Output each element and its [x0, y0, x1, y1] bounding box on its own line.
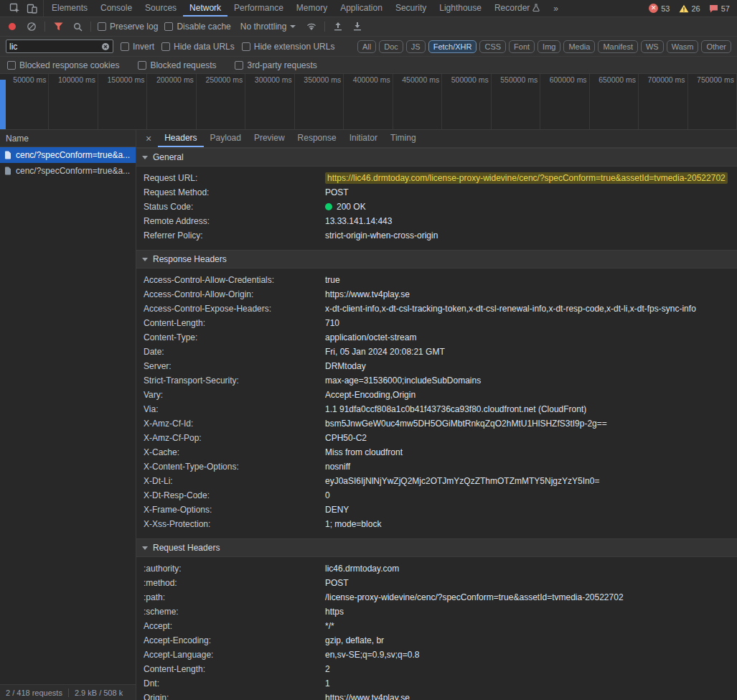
filter-chip-ws[interactable]: WS: [641, 40, 664, 53]
filter-chip-all[interactable]: All: [357, 40, 376, 53]
checkbox-icon: [161, 42, 170, 51]
header-name: Content-Type:: [144, 332, 325, 342]
section-header-general[interactable]: General: [136, 148, 737, 167]
inspector-tab-memory[interactable]: Memory: [290, 0, 334, 17]
export-har-icon[interactable]: [351, 20, 364, 33]
header-value: POST: [325, 187, 737, 197]
checkbox-icon: [98, 22, 106, 31]
header-row: Dnt:1: [136, 676, 737, 691]
filter-chip-other[interactable]: Other: [701, 40, 731, 53]
close-details-icon[interactable]: ×: [139, 130, 158, 147]
throttling-select[interactable]: No throttling: [238, 22, 299, 32]
header-value: 710: [325, 318, 737, 328]
filter-chip-wasm[interactable]: Wasm: [667, 40, 699, 53]
issues-count: 57: [721, 4, 730, 13]
inspector-tab-recorder[interactable]: Recorder: [488, 0, 546, 17]
header-value: 0: [325, 490, 737, 500]
header-row: Request URL:https://lic46.drmtoday.com/l…: [136, 171, 737, 185]
header-row: Accept-Encoding:gzip, deflate, br: [136, 633, 737, 648]
request-count: 2 / 418 requests: [6, 689, 62, 697]
toolbar-divider: [44, 22, 45, 32]
blocked-response-cookies-checkbox[interactable]: Blocked response cookies: [7, 60, 119, 70]
record-button[interactable]: [6, 20, 19, 33]
headers-content: GeneralRequest URL:https://lic46.drmtoda…: [136, 148, 737, 700]
detail-tab-headers[interactable]: Headers: [158, 130, 203, 147]
timeline-selection-stripe[interactable]: [0, 80, 6, 129]
request-row[interactable]: cenc/?specConform=true&a...: [0, 147, 136, 163]
header-row: Request Method:POST: [136, 185, 737, 200]
header-value: https://www.tv4play.se: [325, 289, 737, 299]
header-value: lic46.drmtoday.com: [325, 564, 737, 574]
device-toolbar-icon[interactable]: [24, 1, 39, 16]
inspector-tab-application[interactable]: Application: [334, 0, 389, 17]
invert-checkbox[interactable]: Invert: [121, 42, 154, 52]
import-har-icon[interactable]: [332, 20, 344, 33]
network-options-row: Blocked response cookies Blocked request…: [0, 57, 737, 74]
inspector-tab-performance[interactable]: Performance: [227, 0, 290, 17]
inspector-tab-elements[interactable]: Elements: [45, 0, 94, 17]
inspect-element-icon[interactable]: [7, 1, 22, 16]
toolbar-divider: [324, 22, 325, 32]
section-header-response-headers[interactable]: Response Headers: [136, 250, 737, 269]
header-name: Request URL:: [144, 173, 325, 183]
inspector-tab-console[interactable]: Console: [94, 0, 139, 17]
inspector-tab-network[interactable]: Network: [183, 0, 227, 17]
header-value: gzip, deflate, br: [325, 635, 737, 645]
hide-extension-urls-checkbox[interactable]: Hide extension URLs: [242, 42, 335, 52]
search-button[interactable]: [71, 20, 84, 33]
header-value: https://www.tv4play.se: [325, 693, 737, 700]
blocked-requests-checkbox[interactable]: Blocked requests: [138, 60, 216, 70]
clear-filter-icon[interactable]: [101, 42, 110, 51]
request-row[interactable]: cenc/?specConform=true&a...: [0, 163, 136, 179]
inspector-tab-sources[interactable]: Sources: [139, 0, 183, 17]
disable-cache-checkbox[interactable]: Disable cache: [164, 22, 230, 32]
detail-tab-preview[interactable]: Preview: [248, 130, 291, 147]
filter-chip-css[interactable]: CSS: [479, 40, 506, 53]
error-count: 53: [661, 4, 670, 13]
inspector-tab-lighthouse[interactable]: Lighthouse: [433, 0, 488, 17]
detail-tab-timing[interactable]: Timing: [384, 130, 423, 147]
warning-badge[interactable]: 26: [679, 4, 700, 13]
invert-label: Invert: [133, 42, 154, 52]
filter-chip-font[interactable]: Font: [509, 40, 535, 53]
detail-tab-response[interactable]: Response: [291, 130, 343, 147]
inspector-tab-label: Sources: [145, 3, 177, 13]
filter-chip-media[interactable]: Media: [563, 40, 595, 53]
inspector-tab-label: Network: [189, 3, 221, 13]
filter-input[interactable]: [9, 42, 98, 52]
hide-data-urls-checkbox[interactable]: Hide data URLs: [161, 42, 235, 52]
status-dot-icon: [325, 203, 332, 210]
clear-button[interactable]: [25, 20, 38, 33]
filter-input-wrapper: [6, 39, 113, 53]
section-header-request-headers[interactable]: Request Headers: [136, 538, 737, 557]
filter-chip-js[interactable]: JS: [406, 40, 426, 53]
filter-chip-manifest[interactable]: Manifest: [598, 40, 638, 53]
header-row: X-Cache:Miss from cloudfront: [136, 445, 737, 459]
filter-chip-img[interactable]: Img: [538, 40, 560, 53]
issues-badge[interactable]: 57: [709, 4, 730, 13]
filter-chip-doc[interactable]: Doc: [379, 40, 403, 53]
timeline-tick-label: 650000 ms: [598, 75, 636, 84]
preserve-log-checkbox[interactable]: Preserve log: [98, 22, 158, 32]
timeline-column: 700000 ms: [639, 74, 687, 129]
header-name: X-Dt-Li:: [144, 476, 325, 486]
checkbox-icon: [242, 42, 250, 51]
more-tabs-chevron[interactable]: »: [546, 0, 565, 17]
checkbox-icon: [121, 42, 129, 51]
error-badge[interactable]: ✕ 53: [649, 4, 670, 13]
filter-toggle-button[interactable]: [52, 20, 65, 33]
record-icon: [9, 23, 16, 30]
detail-tab-payload[interactable]: Payload: [204, 130, 248, 147]
name-column-header[interactable]: Name: [0, 130, 136, 147]
filter-chip-fetch-xhr[interactable]: Fetch/XHR: [428, 40, 477, 53]
header-row: Access-Control-Expose-Headers:x-dt-clien…: [136, 302, 737, 316]
header-value: true: [325, 275, 737, 285]
detail-tab-initiator[interactable]: Initiator: [343, 130, 384, 147]
third-party-requests-checkbox[interactable]: 3rd-party requests: [235, 60, 316, 70]
timeline-tick-label: 350000 ms: [304, 75, 341, 84]
network-conditions-icon[interactable]: [305, 20, 318, 33]
timeline-overview[interactable]: 50000 ms100000 ms150000 ms200000 ms25000…: [0, 74, 737, 130]
header-name: Date:: [144, 347, 325, 357]
warning-icon: [679, 4, 689, 13]
inspector-tab-security[interactable]: Security: [389, 0, 433, 17]
